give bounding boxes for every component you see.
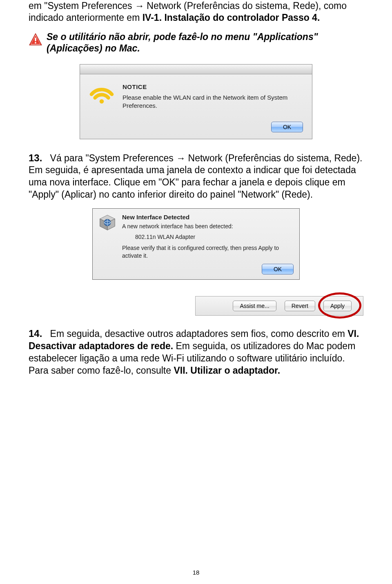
intro-text-a: em "System Preferences (29, 0, 135, 11)
assist-me-button[interactable]: Assist me... (233, 301, 276, 311)
warning-icon (29, 33, 42, 47)
notice-title: NOTICE (122, 83, 303, 90)
revert-button[interactable]: Revert (285, 301, 315, 311)
notice-message: Please enable the WLAN card in the Netwo… (122, 94, 303, 110)
svg-rect-3 (35, 37, 36, 41)
new-interface-title: New Interface Detected (122, 214, 294, 221)
svg-point-4 (35, 42, 36, 43)
step-13: 13. Vá para "System Preferences → Networ… (29, 152, 363, 201)
arrow-icon: → (135, 0, 144, 11)
step-13-number: 13. (29, 152, 42, 163)
new-interface-dialog: New Interface Detected A new network int… (92, 208, 300, 280)
apply-button[interactable]: Apply (323, 301, 352, 311)
new-interface-adapter: 802.11n WLAN Adapter (135, 234, 294, 240)
warning-note: Se o utilitário não abrir, pode fazê-lo … (29, 31, 363, 55)
step-14: 14. Em seguida, desactive outros adaptad… (29, 327, 363, 377)
notice-ok-button[interactable]: OK (271, 122, 303, 132)
dialog-titlebar (80, 65, 312, 74)
step-13-body: Vá para "System Preferences → Network (P… (29, 153, 362, 200)
intro-ref: IV-1. Instalação do controlador Passo 4. (143, 12, 320, 23)
step-14-number: 14. (29, 328, 42, 339)
intro-paragraph: em "System Preferences → Network (Prefer… (29, 0, 363, 24)
step-14-body-a: Em seguida, desactive outros adaptadores… (50, 328, 348, 339)
network-footer-bar: Assist me... Revert Apply (195, 296, 363, 316)
step-14-ref3: VII. Utilizar o adaptador. (174, 365, 280, 376)
wifi-icon (89, 83, 114, 104)
svg-point-5 (100, 99, 104, 104)
network-cube-icon (98, 214, 116, 232)
new-interface-line1: A new network interface has been detecte… (122, 223, 294, 230)
new-interface-ok-button[interactable]: OK (262, 264, 294, 274)
notice-dialog: NOTICE Please enable the WLAN card in th… (80, 64, 312, 139)
new-interface-verify: Please verify that it is configured corr… (122, 244, 294, 260)
page-number: 18 (0, 569, 392, 576)
warning-text: Se o utilitário não abrir, pode fazê-lo … (47, 31, 363, 55)
